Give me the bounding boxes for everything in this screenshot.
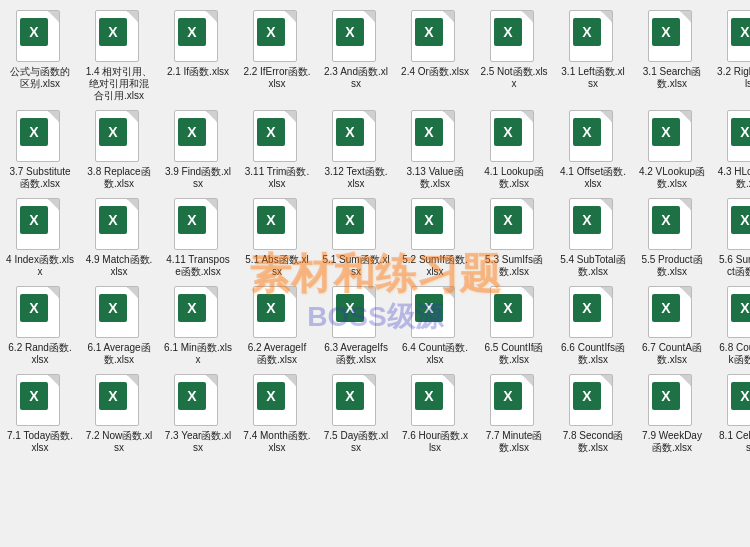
excel-badge: X bbox=[336, 294, 364, 322]
excel-file-icon: X bbox=[569, 286, 617, 340]
file-item[interactable]: X4.1 Lookup函数.xlsx bbox=[478, 108, 550, 192]
file-item[interactable]: X3.12 Text函数.xlsx bbox=[320, 108, 392, 192]
file-item[interactable]: X7.3 Year函数.xlsx bbox=[162, 372, 234, 456]
file-label: 4.11 Transpose函数.xlsx bbox=[164, 254, 232, 278]
file-label: 3.11 Trim函数.xlsx bbox=[243, 166, 311, 190]
file-item[interactable]: X7.2 Now函数.xlsx bbox=[83, 372, 155, 456]
excel-file-icon: X bbox=[569, 110, 617, 164]
file-item[interactable]: X2.4 Or函数.xlsx bbox=[399, 8, 471, 104]
file-item[interactable]: X2.3 And函数.xlsx bbox=[320, 8, 392, 104]
file-label: 3.8 Replace函数.xlsx bbox=[85, 166, 153, 190]
file-item[interactable]: X7.8 Second函数.xlsx bbox=[557, 372, 629, 456]
file-item[interactable]: X6.1 Min函数.xlsx bbox=[162, 284, 234, 368]
file-item[interactable]: X6.1 Average函数.xlsx bbox=[83, 284, 155, 368]
file-item[interactable]: X6.8 CountBlank函数.xlsx bbox=[715, 284, 750, 368]
excel-file-icon: X bbox=[95, 198, 143, 252]
file-item[interactable]: X6.3 AverageIfs函数.xlsx bbox=[320, 284, 392, 368]
file-item[interactable]: X6.2 Rand函数.xlsx bbox=[4, 284, 76, 368]
excel-file-icon: X bbox=[16, 374, 64, 428]
file-item[interactable]: X6.2 AverageIf函数.xlsx bbox=[241, 284, 313, 368]
file-item[interactable]: X3.7 Substitute函数.xlsx bbox=[4, 108, 76, 192]
excel-badge: X bbox=[178, 382, 206, 410]
file-item[interactable]: X4.3 HLookup函数.xlsx bbox=[715, 108, 750, 192]
file-item[interactable]: X6.6 CountIfs函数.xlsx bbox=[557, 284, 629, 368]
file-item[interactable]: X7.5 Day函数.xlsx bbox=[320, 372, 392, 456]
file-item[interactable]: X2.1 If函数.xlsx bbox=[162, 8, 234, 104]
excel-badge: X bbox=[494, 294, 522, 322]
file-item[interactable]: X3.8 Replace函数.xlsx bbox=[83, 108, 155, 192]
excel-file-icon: X bbox=[253, 286, 301, 340]
excel-file-icon: X bbox=[648, 198, 696, 252]
excel-badge: X bbox=[20, 294, 48, 322]
excel-file-icon: X bbox=[332, 374, 380, 428]
file-item[interactable]: X7.6 Hour函数.xlsx bbox=[399, 372, 471, 456]
file-label: 7.1 Today函数.xlsx bbox=[6, 430, 74, 454]
excel-file-icon: X bbox=[727, 198, 750, 252]
excel-file-icon: X bbox=[95, 10, 143, 64]
file-item[interactable]: X7.4 Month函数.xlsx bbox=[241, 372, 313, 456]
excel-badge: X bbox=[652, 206, 680, 234]
file-label: 4.9 Match函数.xlsx bbox=[85, 254, 153, 278]
excel-badge: X bbox=[336, 18, 364, 46]
excel-file-icon: X bbox=[253, 198, 301, 252]
excel-file-icon: X bbox=[253, 374, 301, 428]
file-item[interactable]: X2.5 Not函数.xlsx bbox=[478, 8, 550, 104]
excel-file-icon: X bbox=[253, 10, 301, 64]
excel-file-icon: X bbox=[174, 110, 222, 164]
file-label: 7.5 Day函数.xlsx bbox=[322, 430, 390, 454]
file-item[interactable]: X4.9 Match函数.xlsx bbox=[83, 196, 155, 280]
excel-badge: X bbox=[178, 206, 206, 234]
file-item[interactable]: X4.1 Offset函数.xlsx bbox=[557, 108, 629, 192]
file-item[interactable]: X4.2 VLookup函数.xlsx bbox=[636, 108, 708, 192]
file-item[interactable]: X5.6 SumProduct函数.xlsx bbox=[715, 196, 750, 280]
excel-file-icon: X bbox=[490, 286, 538, 340]
excel-file-icon: X bbox=[16, 10, 64, 64]
file-item[interactable]: X5.5 Product函数.xlsx bbox=[636, 196, 708, 280]
file-label: 3.12 Text函数.xlsx bbox=[322, 166, 390, 190]
file-item[interactable]: X7.1 Today函数.xlsx bbox=[4, 372, 76, 456]
file-item[interactable]: X3.13 Value函数.xlsx bbox=[399, 108, 471, 192]
file-item[interactable]: X3.11 Trim函数.xlsx bbox=[241, 108, 313, 192]
file-item[interactable]: X6.5 CountIf函数.xlsx bbox=[478, 284, 550, 368]
excel-file-icon: X bbox=[569, 10, 617, 64]
excel-file-icon: X bbox=[174, 374, 222, 428]
file-item[interactable]: X5.2 SumIf函数.xlsx bbox=[399, 196, 471, 280]
excel-file-icon: X bbox=[95, 374, 143, 428]
file-item[interactable]: X4 Index函数.xlsx bbox=[4, 196, 76, 280]
excel-file-icon: X bbox=[174, 286, 222, 340]
file-item[interactable]: X8.1 Cell函数.xlsx bbox=[715, 372, 750, 456]
file-item[interactable]: X5.3 SumIfs函数.xlsx bbox=[478, 196, 550, 280]
file-item[interactable]: X3.9 Find函数.xlsx bbox=[162, 108, 234, 192]
excel-badge: X bbox=[336, 118, 364, 146]
file-item[interactable]: X7.7 Minute函数.xlsx bbox=[478, 372, 550, 456]
file-item[interactable]: X7.9 WeekDay函数.xlsx bbox=[636, 372, 708, 456]
excel-badge: X bbox=[731, 118, 750, 146]
file-item[interactable]: X3.1 Left函数.xlsx bbox=[557, 8, 629, 104]
file-label: 7.7 Minute函数.xlsx bbox=[480, 430, 548, 454]
excel-badge: X bbox=[99, 206, 127, 234]
file-label: 6.1 Average函数.xlsx bbox=[85, 342, 153, 366]
file-label: 4.3 HLookup函数.xlsx bbox=[717, 166, 750, 190]
file-label: 7.4 Month函数.xlsx bbox=[243, 430, 311, 454]
excel-file-icon: X bbox=[332, 286, 380, 340]
file-item[interactable]: X2.2 IfError函数.xlsx bbox=[241, 8, 313, 104]
file-item[interactable]: X3.2 Right函数.xlsx bbox=[715, 8, 750, 104]
file-item[interactable]: X4.11 Transpose函数.xlsx bbox=[162, 196, 234, 280]
file-item[interactable]: X3.1 Search函数.xlsx bbox=[636, 8, 708, 104]
excel-file-icon: X bbox=[332, 110, 380, 164]
excel-badge: X bbox=[573, 206, 601, 234]
file-item[interactable]: X6.7 CountA函数.xlsx bbox=[636, 284, 708, 368]
file-item[interactable]: X6.4 Count函数.xlsx bbox=[399, 284, 471, 368]
file-item[interactable]: X5.4 SubTotal函数.xlsx bbox=[557, 196, 629, 280]
excel-file-icon: X bbox=[174, 10, 222, 64]
excel-file-icon: X bbox=[411, 10, 459, 64]
file-item[interactable]: X公式与函数的区别.xlsx bbox=[4, 8, 76, 104]
excel-file-icon: X bbox=[411, 286, 459, 340]
file-item[interactable]: X5.1 Abs函数.xlsx bbox=[241, 196, 313, 280]
excel-badge: X bbox=[652, 382, 680, 410]
excel-badge: X bbox=[415, 382, 443, 410]
file-item[interactable]: X1.4 相对引用、绝对引用和混合引用.xlsx bbox=[83, 8, 155, 104]
file-item[interactable]: X5.1 Sum函数.xlsx bbox=[320, 196, 392, 280]
file-label: 2.2 IfError函数.xlsx bbox=[243, 66, 311, 90]
excel-badge: X bbox=[20, 206, 48, 234]
